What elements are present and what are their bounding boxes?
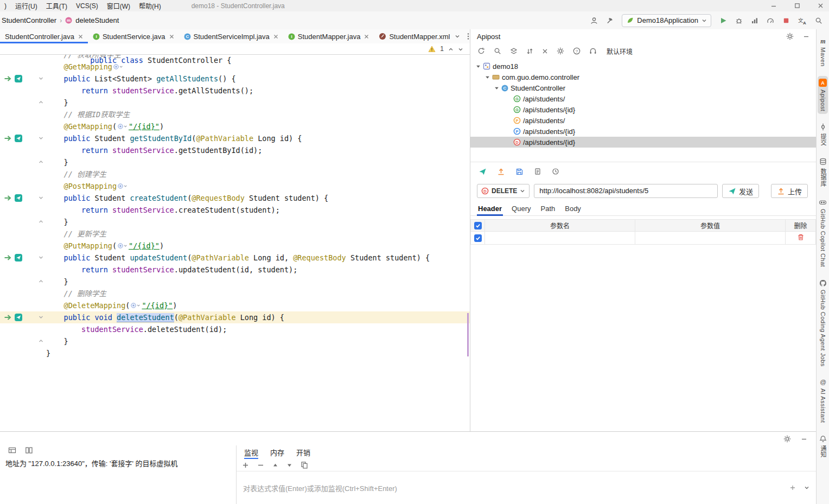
tree-item[interactable]: com.guo.demo.controller <box>470 72 816 82</box>
tool-stripe-提交[interactable]: 提交 <box>818 120 828 149</box>
search-icon[interactable] <box>494 47 501 55</box>
request-tab-path[interactable]: Path <box>540 205 555 215</box>
chevron-down-icon[interactable] <box>804 485 809 490</box>
fold-marker-icon[interactable] <box>39 76 43 81</box>
layers-icon[interactable] <box>510 47 518 55</box>
user-icon[interactable] <box>590 17 598 24</box>
editor-tab-studentserviceimpl-java[interactable]: CStudentServiceImpl.java <box>179 29 283 43</box>
tool-stripe-apipost[interactable]: AApipost <box>818 76 828 114</box>
tree-item[interactable]: D/api/students/{id} <box>470 137 816 148</box>
layout-icon[interactable] <box>8 446 16 454</box>
chevron-up-icon[interactable] <box>448 47 454 52</box>
tree-item[interactable]: G/api/students/ <box>470 93 816 104</box>
move-down-icon[interactable] <box>286 462 292 468</box>
translate-icon[interactable]: 文A <box>798 17 807 24</box>
api-gutter-icon[interactable] <box>15 135 22 142</box>
tool-stripe-数据库[interactable]: 数据库 <box>818 155 828 190</box>
minimize-icon[interactable] <box>803 33 809 40</box>
editor-tab-studentmapper-xml[interactable]: StudentMapper.xml <box>374 29 455 43</box>
url-input[interactable]: http://localhost:8082/api/students/5 <box>534 184 718 198</box>
search-icon[interactable] <box>815 17 822 24</box>
tree-item[interactable]: CStudentController <box>470 82 816 93</box>
menu-item-帮助-h[interactable]: 帮助(H) <box>135 1 165 10</box>
fold-marker-icon[interactable] <box>39 100 43 105</box>
editor-tab-studentmapper-java[interactable]: IStudentMapper.java <box>283 29 374 43</box>
upload-icon[interactable] <box>497 168 505 176</box>
run-arrow-icon[interactable] <box>4 194 12 202</box>
columns-icon[interactable] <box>25 446 33 454</box>
profiler-icon[interactable] <box>767 17 774 24</box>
chevron-down-icon[interactable] <box>455 34 460 39</box>
fold-marker-icon[interactable] <box>39 195 43 200</box>
api-inline-icon[interactable] <box>118 123 127 130</box>
expander-icon[interactable] <box>485 75 490 80</box>
menu-item-窗口-w[interactable]: 窗口(W) <box>103 1 135 10</box>
tree-item[interactable]: P/api/students/ <box>470 115 816 126</box>
run-arrow-icon[interactable] <box>4 254 12 261</box>
play-icon[interactable] <box>719 17 727 24</box>
run-config-select[interactable]: Demo18Application <box>622 14 711 27</box>
fold-marker-icon[interactable] <box>39 255 43 260</box>
gear-icon[interactable] <box>783 435 791 443</box>
close-icon[interactable] <box>78 34 83 39</box>
tool-stripe-github-copilot-chat[interactable]: GitHub Copilot Chat <box>818 196 828 270</box>
request-tab-query[interactable]: Query <box>512 205 531 215</box>
editor-tab-studentservice-java[interactable]: IStudentService.java <box>88 29 179 43</box>
swap-icon[interactable] <box>526 48 533 55</box>
gear-icon[interactable] <box>557 47 564 55</box>
minimize-icon[interactable] <box>801 436 807 442</box>
tool-stripe-github-coding-agent-jobs[interactable]: GitHub Coding Agent Jobs <box>818 277 828 369</box>
fold-marker-icon[interactable] <box>39 160 43 164</box>
fold-marker-icon[interactable] <box>39 219 43 224</box>
param-value-cell[interactable] <box>635 232 786 245</box>
close-icon[interactable] <box>542 48 548 54</box>
api-gutter-icon[interactable] <box>15 75 22 82</box>
trash-icon[interactable] <box>797 233 805 241</box>
tool-stripe-ai-assistant[interactable]: @AI Assistant <box>818 375 828 425</box>
more-vert-icon[interactable] <box>467 33 469 40</box>
tree-item[interactable]: G/api/students/{id} <box>470 104 816 115</box>
debug-tab-监视[interactable]: 监视 <box>244 445 258 459</box>
api-inline-icon[interactable] <box>131 302 141 309</box>
method-select[interactable]: D DELETE <box>477 184 530 198</box>
minus-icon[interactable] <box>257 462 264 469</box>
param-name-cell[interactable] <box>485 232 635 245</box>
tree-item[interactable]: demo18 <box>470 61 816 72</box>
environment-label[interactable]: 默认环境 <box>607 47 633 56</box>
add-watch-icon[interactable] <box>789 484 796 491</box>
editor-tab-studentcontroller-java[interactable]: StudentController.java <box>0 29 88 43</box>
doc-icon[interactable] <box>534 168 541 175</box>
tool-stripe-maven[interactable]: mMaven <box>818 34 828 69</box>
breadcrumb-class[interactable]: StudentController <box>2 16 56 24</box>
code-editor[interactable]: // 获取所有学生 @GetMapping public List<Studen… <box>0 43 470 431</box>
watch-expression-input[interactable]: 对表达式求值(Enter)或添加监视(Ctrl+Shift+Enter) <box>237 471 816 504</box>
breadcrumb-method[interactable]: deleteStudent <box>75 16 119 24</box>
request-tab-body[interactable]: Body <box>565 205 581 215</box>
fold-marker-icon[interactable] <box>39 279 43 284</box>
run-arrow-icon[interactable] <box>4 314 12 321</box>
help-icon[interactable]: ? <box>573 47 581 55</box>
request-tab-header[interactable]: Header <box>478 205 502 215</box>
save-icon[interactable] <box>515 168 524 176</box>
chevron-down-icon[interactable] <box>458 47 463 52</box>
send-button[interactable]: 发送 <box>722 184 759 198</box>
run-arrow-icon[interactable] <box>4 75 12 82</box>
menu-item-工具-t[interactable]: 工具(T) <box>42 1 72 10</box>
minimize-icon[interactable] <box>770 3 777 9</box>
run-arrow-icon[interactable] <box>4 135 12 142</box>
api-inline-icon[interactable] <box>118 183 127 189</box>
send-icon[interactable] <box>479 168 487 176</box>
headset-icon[interactable] <box>589 47 597 55</box>
close-icon[interactable] <box>818 3 824 9</box>
copy-icon[interactable] <box>301 461 308 469</box>
api-gutter-icon[interactable] <box>15 314 22 321</box>
plus-icon[interactable] <box>242 462 249 469</box>
api-gutter-icon[interactable] <box>15 254 22 261</box>
close-icon[interactable] <box>169 34 174 39</box>
stop-icon[interactable] <box>782 17 790 24</box>
debug-tab-内存[interactable]: 内存 <box>270 445 284 459</box>
tool-stripe-通知[interactable]: 通知 <box>818 432 828 461</box>
menu-item-运行-u[interactable]: 运行(U) <box>11 1 42 10</box>
move-up-icon[interactable] <box>272 462 278 468</box>
tree-item[interactable]: P/api/students/{id} <box>470 126 816 137</box>
